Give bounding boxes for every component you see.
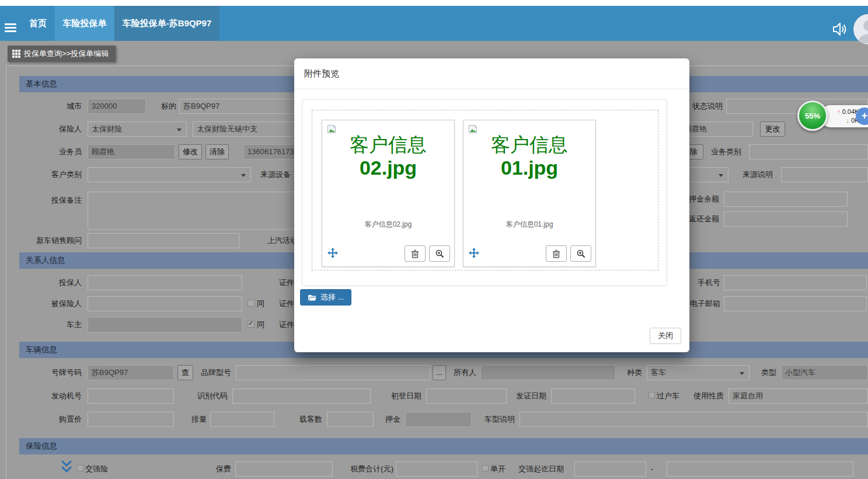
preview-image-filename: 01.jpg — [463, 157, 595, 179]
operator-field[interactable]: 顾霞艳 — [680, 122, 753, 137]
zoom-attachment-button[interactable] — [570, 245, 591, 262]
jqx-period-label: 交强起讫日期 — [514, 461, 564, 477]
jqx-period-end-field[interactable] — [667, 461, 853, 477]
download-arrow-icon: ↓ — [846, 117, 849, 124]
system-health-badge[interactable]: 55% — [797, 100, 828, 131]
seats-field[interactable] — [327, 412, 374, 427]
section-insurance-info-title: 保险信息 — [26, 442, 57, 450]
hamburger-menu-icon[interactable] — [5, 23, 16, 33]
grid-icon — [12, 50, 20, 58]
tab-policy[interactable]: 车险投保单 — [55, 6, 114, 41]
brand-more-button[interactable]: ... — [433, 365, 446, 380]
insurer-label: 保险人 — [35, 122, 82, 137]
vehicle-kind-value: 客车 — [651, 368, 666, 377]
expand-double-chevron-icon[interactable] — [61, 460, 72, 475]
modify-button[interactable]: 修改 — [179, 144, 202, 159]
zoom-attachment-button[interactable] — [429, 245, 450, 262]
trash-icon — [552, 249, 560, 258]
user-avatar[interactable] — [853, 14, 868, 44]
source-desc-field[interactable] — [781, 167, 868, 182]
vin-field[interactable] — [232, 388, 371, 404]
choose-file-button[interactable]: 选择 ... — [300, 289, 351, 306]
insured-field[interactable] — [88, 296, 242, 311]
refund-amount-label: 返还金额 — [686, 211, 719, 227]
dialog-title: 附件预览 — [304, 58, 339, 89]
premium-label: 保费 — [214, 461, 231, 477]
business-type-label: 业务类别 — [706, 144, 741, 159]
usage-field[interactable]: 家庭自用 — [728, 388, 868, 404]
remark-label: 投保备注 — [49, 193, 82, 208]
change-button[interactable]: 更改 — [760, 122, 785, 137]
chevron-down-icon — [740, 372, 744, 375]
city-field[interactable]: 320000 — [88, 99, 146, 114]
premium-field[interactable] — [235, 461, 333, 477]
attachment-card-2: 客户信息 01.jpg 客户信息01.jpg — [463, 120, 596, 267]
vehicle-owner-label: 所有人 — [449, 365, 476, 380]
jqx-period-start-field[interactable] — [574, 461, 646, 477]
same-as-applicant-checkbox[interactable] — [247, 300, 255, 307]
displacement-field[interactable] — [210, 412, 274, 427]
plate-number-field[interactable]: 苏B9QP97 — [88, 365, 174, 380]
preview-image-filename: 02.jpg — [322, 157, 454, 179]
clear-button[interactable]: 清除 — [205, 144, 229, 159]
close-dialog-button[interactable]: 关闭 — [650, 328, 681, 344]
mobile-field[interactable] — [724, 275, 867, 290]
applicant-field[interactable] — [88, 275, 242, 290]
speaker-icon[interactable] — [830, 20, 849, 39]
tab-policy-detail-label: 车险投保单-苏B9QP97 — [123, 18, 212, 29]
vehicle-type-label: 类型 — [758, 365, 776, 380]
transfer-car-checkbox[interactable] — [649, 392, 655, 398]
vehicle-type-field[interactable]: 小型汽车 — [781, 365, 868, 380]
deposit-balance-field[interactable] — [724, 192, 848, 207]
section-vehicle-info-title: 车辆信息 — [26, 345, 57, 354]
preview-image-text: 客户信息 — [322, 132, 454, 158]
refund-amount-field[interactable] — [724, 211, 848, 227]
preview-dropzone[interactable]: 客户信息 02.jpg 客户信息02.jpg 客户信息 01 — [312, 110, 658, 270]
insured-label: 被保险人 — [41, 296, 82, 311]
jqx-checkbox[interactable] — [77, 465, 83, 471]
vehicle-owner-field[interactable] — [480, 365, 616, 380]
attachment-caption: 客户信息02.jpg — [322, 220, 454, 230]
email-field[interactable] — [724, 296, 867, 311]
mobile-label: 手机号 — [695, 275, 720, 290]
first-reg-date-field[interactable] — [426, 388, 507, 404]
preview-image-text: 客户信息 — [463, 132, 595, 158]
attachment-preview-dialog: 附件预览 客户信息 02.jpg 客户信息02.jpg — [294, 58, 689, 352]
upload-arrow-icon: ↑ — [837, 108, 841, 115]
delete-attachment-button[interactable] — [546, 245, 567, 262]
move-handle-icon[interactable] — [327, 248, 338, 258]
same-label-insured: 同 — [257, 296, 266, 311]
insurer-select[interactable]: 太保财险 — [88, 122, 187, 137]
source-device-label: 来源设备 — [260, 167, 294, 182]
brand-model-field[interactable] — [236, 365, 430, 380]
salesman-field[interactable]: 顾霞艳 — [88, 144, 175, 159]
model-desc-label: 车型说明 — [481, 412, 515, 427]
delete-attachment-button[interactable] — [405, 245, 426, 262]
same-as-insured-checkbox[interactable] — [247, 321, 255, 328]
vehicle-kind-select[interactable]: 客车 — [647, 365, 750, 380]
tab-policy-detail[interactable]: 车险投保单-苏B9QP97 — [114, 6, 219, 41]
deposit-field[interactable] — [405, 412, 472, 427]
period-dash: - — [649, 461, 655, 477]
owner-field[interactable] — [88, 317, 242, 332]
tax-total-field[interactable] — [396, 461, 477, 477]
purchase-price-field[interactable] — [88, 412, 174, 427]
tab-home-label: 首页 — [29, 18, 47, 29]
salesman-label: 业务员 — [35, 144, 82, 159]
plate-query-button[interactable]: 查 — [177, 365, 193, 380]
move-handle-icon[interactable] — [469, 248, 479, 258]
model-desc-field[interactable] — [520, 412, 868, 427]
purchase-price-label: 购置价 — [55, 412, 82, 427]
attachment-caption: 客户信息01.jpg — [463, 220, 595, 230]
issue-date-field[interactable] — [551, 388, 635, 404]
business-type-field[interactable] — [749, 144, 868, 159]
same-label-owner: 同 — [257, 317, 266, 332]
dialog-divider — [294, 89, 689, 89]
top-navbar: 首页 车险投保单 车险投保单-苏B9QP97 — [0, 6, 868, 41]
tab-home[interactable]: 首页 — [21, 6, 55, 41]
new-car-advisor-field[interactable] — [88, 233, 239, 248]
owner-label: 车主 — [57, 317, 82, 332]
customer-type-select[interactable] — [88, 167, 251, 182]
single-open-checkbox[interactable] — [482, 465, 489, 471]
engine-number-field[interactable] — [88, 388, 174, 404]
